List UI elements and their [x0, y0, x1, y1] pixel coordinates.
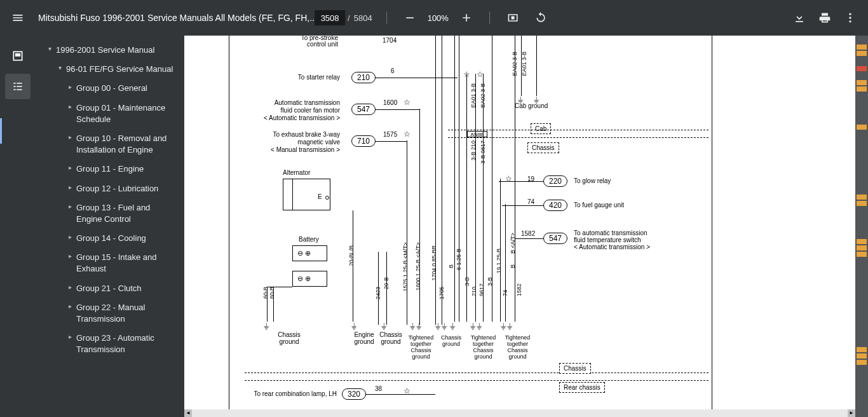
chevron-right-icon[interactable]: ▸ — [64, 332, 76, 341]
wire-label: 19 1.25-B — [496, 249, 502, 273]
star-icon: ☆ — [403, 98, 410, 107]
outline-panel[interactable]: ▾1996-2001 Service Manual▾96-01 FE/FG Se… — [36, 36, 184, 417]
label: control unit — [255, 41, 338, 48]
ground-icon: ⏚ — [470, 320, 475, 331]
thumbnails-button[interactable] — [5, 43, 31, 69]
label: < Manual transmission > — [245, 146, 340, 153]
svg-rect-5 — [15, 53, 20, 57]
document-title: Mitsubishi Fuso 1996-2001 Service Manual… — [38, 13, 317, 23]
print-button[interactable] — [812, 5, 837, 31]
chevron-right-icon[interactable]: ▸ — [64, 252, 76, 261]
label: TightenedtogetherChassisground — [500, 334, 535, 360]
page-number-input[interactable] — [315, 10, 345, 25]
chevron-right-icon[interactable]: ▸ — [64, 302, 76, 311]
scroll-right-arrow[interactable]: ► — [848, 409, 855, 417]
ground-icon: ⏚ — [410, 320, 415, 331]
diagram-wire — [378, 252, 379, 325]
menu-button[interactable] — [5, 5, 31, 31]
outline-item[interactable]: ▸Group 21 - Clutch — [36, 279, 184, 298]
section-tab[interactable] — [857, 51, 867, 56]
zoom-in-button[interactable] — [454, 5, 479, 31]
outline-label: Group 10 - Removal and Installation of E… — [76, 133, 179, 156]
outline-button[interactable] — [5, 74, 31, 99]
diagram-wire — [407, 140, 407, 325]
outline-item[interactable]: ▸Group 22 - Manual Transmission — [36, 298, 184, 329]
diagram-wire — [386, 252, 387, 325]
outline-label: Group 21 - Clutch — [76, 283, 179, 294]
diagram-wire — [273, 287, 274, 322]
diagram-wire — [502, 205, 543, 206]
chevron-right-icon[interactable]: ▸ — [64, 102, 76, 111]
section-tab[interactable] — [857, 125, 867, 130]
page-total: 5804 — [354, 13, 372, 23]
chevron-right-icon[interactable]: ▸ — [64, 133, 76, 142]
section-tab[interactable] — [857, 66, 867, 71]
chevron-down-icon[interactable]: ▾ — [43, 44, 56, 53]
section-tab[interactable] — [857, 252, 867, 257]
download-button[interactable] — [787, 5, 812, 31]
outline-item[interactable]: ▸Group 01 - Maintenance Schedule — [36, 99, 184, 129]
chevron-right-icon[interactable]: ▸ — [64, 233, 76, 242]
diagram-wire — [499, 181, 543, 182]
more-button[interactable] — [837, 5, 863, 31]
outline-item[interactable]: ▸Group 15 - Intake and Exhaust — [36, 248, 184, 278]
zone-divider — [448, 137, 709, 138]
diagram-wire — [267, 287, 292, 287]
connector-oval: 220 — [543, 175, 567, 187]
section-tab[interactable] — [857, 80, 867, 85]
label: To rear combination lamp, LH — [229, 390, 337, 397]
rotate-button[interactable] — [528, 5, 553, 31]
outline-item[interactable]: ▸Group 00 - General — [36, 79, 184, 98]
outline-item[interactable]: ▸Group 11 - Engine — [36, 160, 184, 179]
label: Battery — [299, 236, 319, 243]
section-tab[interactable] — [857, 347, 867, 352]
pdf-page-view[interactable]: To pre-stroke control unit 1704 To start… — [184, 36, 855, 409]
diagram-wire — [454, 36, 455, 322]
outline-item[interactable]: ▸Group 23 - Automatic Transmission — [36, 329, 184, 359]
outline-item[interactable]: ▾96-01 FE/FG Service Manual — [36, 60, 184, 79]
section-tab[interactable] — [857, 239, 867, 244]
section-tab[interactable] — [857, 201, 867, 206]
wire-label: 60-B — [269, 287, 275, 299]
fit-page-button[interactable] — [500, 5, 526, 31]
svg-point-2 — [849, 17, 851, 18]
chevron-right-icon[interactable]: ▸ — [64, 202, 76, 211]
chevron-right-icon[interactable]: ▸ — [64, 163, 76, 172]
connector-oval: 210 — [351, 72, 376, 83]
outline-item[interactable]: ▸Group 14 - Cooling — [36, 229, 184, 248]
chevron-right-icon[interactable]: ▸ — [64, 83, 76, 92]
wire-label: B <A/T> — [510, 233, 516, 254]
horizontal-scrollbar[interactable]: ◄ ► — [184, 409, 855, 417]
chevron-right-icon[interactable]: ▸ — [64, 183, 76, 192]
outline-item[interactable]: ▸Group 12 - Lubrication — [36, 179, 184, 198]
outline-item[interactable]: ▾1996-2001 Service Manual — [36, 41, 184, 60]
section-tab[interactable] — [857, 245, 867, 250]
diagram-wire — [536, 36, 537, 96]
chevron-right-icon[interactable]: ▸ — [64, 283, 76, 292]
scroll-left-arrow[interactable]: ◄ — [184, 409, 192, 417]
wire-label: 20-BL/B — [348, 245, 355, 266]
label: To fuel gauge unit — [574, 202, 624, 208]
toolbar-right — [787, 5, 863, 31]
section-tab[interactable] — [857, 86, 867, 92]
section-tab[interactable] — [857, 44, 867, 50]
chevron-down-icon[interactable]: ▾ — [53, 64, 66, 72]
zoom-out-button[interactable] — [397, 5, 423, 31]
zone-divider — [245, 373, 709, 373]
scroll-track[interactable] — [192, 409, 848, 417]
section-tab[interactable] — [857, 360, 867, 365]
diagram-border-left — [229, 36, 229, 409]
outline-label: Group 00 - General — [76, 83, 179, 94]
svg-point-1 — [849, 13, 851, 15]
section-tab[interactable] — [857, 353, 867, 359]
wire-label: 60-B — [262, 287, 269, 299]
outline-item[interactable]: ▸Group 10 - Removal and Installation of … — [36, 129, 184, 160]
wire-number: 6 — [391, 67, 395, 74]
wire-label: 1600 1.25-B <A/T> — [415, 242, 421, 291]
ground-icon: ⏚ — [381, 320, 386, 331]
section-tab[interactable] — [857, 195, 867, 200]
diagram-wire — [475, 74, 476, 322]
label: To exhaust brake 3-way — [245, 131, 340, 138]
wire-label: 74 — [502, 290, 508, 296]
outline-item[interactable]: ▸Group 13 - Fuel and Engine Control — [36, 198, 184, 229]
